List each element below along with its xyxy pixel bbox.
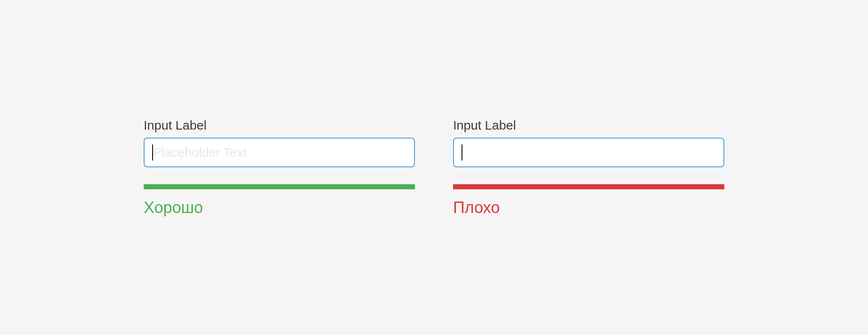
good-example: Input Label Хорошо: [144, 118, 415, 217]
status-bar-good: [144, 184, 415, 189]
input-wrapper-good: [144, 138, 415, 167]
status-label-good: Хорошо: [144, 199, 415, 217]
input-label-good: Input Label: [144, 118, 415, 133]
status-label-bad: Плохо: [453, 199, 724, 217]
bad-example: Input Label Плохо: [453, 118, 724, 217]
input-label-bad: Input Label: [453, 118, 724, 133]
input-wrapper-bad: [453, 138, 724, 167]
text-input-bad[interactable]: [453, 138, 724, 167]
status-bar-bad: [453, 184, 724, 189]
text-input-good[interactable]: [144, 138, 415, 167]
